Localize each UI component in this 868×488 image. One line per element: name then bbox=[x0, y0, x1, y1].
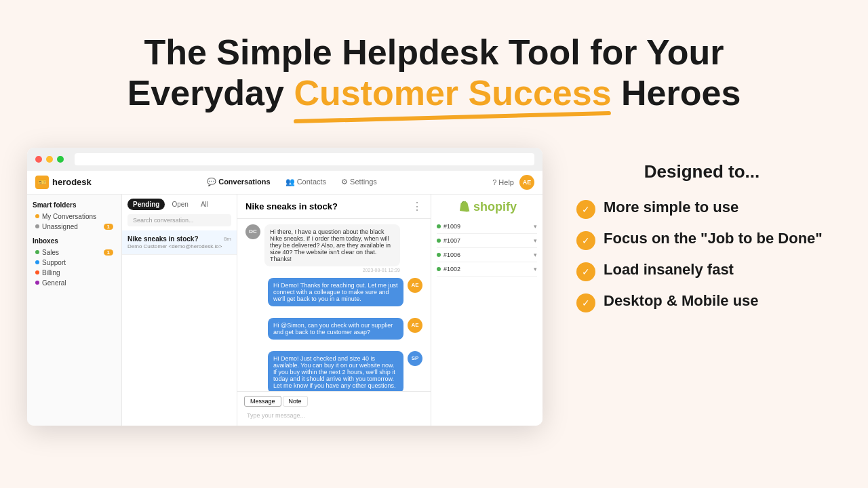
message-content: Hi Demo! Just checked and size 40 is ava… bbox=[268, 351, 403, 391]
hero-line2-after: Heroes bbox=[612, 73, 741, 113]
chat-options-icon[interactable]: ⋮ bbox=[412, 200, 422, 213]
feature-item-4: ✓ Desktop & Mobile use bbox=[576, 292, 827, 312]
order-status-dot bbox=[437, 253, 441, 257]
feature-text-4: Desktop & Mobile use bbox=[604, 292, 759, 310]
feature-text-2: Focus on the "Job to be Done" bbox=[604, 230, 823, 247]
message-row: AE Hi Demo! Thanks for reaching out. Let… bbox=[245, 278, 422, 312]
browser-url-bar[interactable] bbox=[75, 153, 534, 165]
order-status-dot bbox=[437, 239, 441, 243]
smart-folders-title: Smart folders bbox=[33, 201, 116, 209]
order-expand-icon[interactable]: ▾ bbox=[534, 223, 537, 230]
nav-contacts[interactable]: 👥 Contacts bbox=[279, 175, 333, 189]
conversation-item[interactable]: Nike sneaks in stock? 8m Demo Customer <… bbox=[122, 230, 237, 255]
logo-text: herodesk bbox=[52, 177, 92, 187]
feature-item-2: ✓ Focus on the "Job to be Done" bbox=[576, 230, 827, 250]
inboxes-title: Inboxes bbox=[33, 237, 116, 245]
shopify-order-row[interactable]: #1009 ▾ bbox=[437, 220, 537, 234]
conv-time: 8m bbox=[224, 236, 231, 242]
order-expand-icon[interactable]: ▾ bbox=[534, 251, 537, 258]
tab-open[interactable]: Open bbox=[166, 199, 193, 210]
sidebar-item-support[interactable]: Support bbox=[33, 258, 116, 268]
features-title: Designed to... bbox=[576, 161, 827, 182]
message-avatar: AE bbox=[408, 318, 422, 333]
shopify-panel: shopify #1009 ▾ #1007 bbox=[431, 195, 542, 426]
sales-dot bbox=[35, 250, 39, 254]
user-avatar[interactable]: AE bbox=[519, 175, 534, 190]
browser-titlebar bbox=[27, 148, 542, 171]
message-tab[interactable]: Message bbox=[244, 396, 281, 407]
sidebar-item-unassigned[interactable]: Unassigned 1 bbox=[33, 222, 116, 232]
note-tab[interactable]: Note bbox=[283, 396, 308, 407]
sidebar-item-general[interactable]: General bbox=[33, 278, 116, 288]
chat-messages: DC Hi there, I have a question about the… bbox=[237, 219, 431, 391]
message-avatar: DC bbox=[245, 224, 260, 239]
chat-input-tabs: Message Note bbox=[244, 396, 424, 407]
sidebar-item-my-conversations[interactable]: My Conversations bbox=[33, 211, 116, 222]
support-dot bbox=[35, 260, 39, 264]
check-icon-3: ✓ bbox=[576, 262, 595, 281]
window-minimize-button[interactable] bbox=[46, 156, 53, 163]
chat-input-area: Message Note Type your message... bbox=[237, 391, 431, 426]
nav-conversations[interactable]: 💬 Conversations bbox=[200, 175, 277, 189]
check-icon-1: ✓ bbox=[576, 200, 595, 219]
shopify-logo-text: shopify bbox=[473, 200, 517, 214]
sidebar: Smart folders My Conversations Unassigne… bbox=[27, 195, 122, 426]
message-time: 2023-08-01 12:39 bbox=[264, 268, 400, 272]
message-input[interactable]: Type your message... bbox=[244, 409, 424, 422]
hero-section: The Simple Helpdesk Tool for Your Everyd… bbox=[127, 33, 741, 114]
nav-right: ? Help AE bbox=[492, 175, 534, 190]
tab-pending[interactable]: Pending bbox=[127, 199, 165, 210]
message-avatar: SP bbox=[408, 351, 422, 366]
message-time: 2023-08-01 13:42 bbox=[268, 341, 403, 346]
unassigned-label: Unassigned bbox=[42, 223, 78, 230]
message-content: Hi there, I have a question about the bl… bbox=[264, 224, 400, 272]
logo-icon: 🎫 bbox=[35, 176, 49, 189]
message-content: Hi @Simon, can you check with our suppli… bbox=[268, 318, 403, 346]
general-dot bbox=[35, 281, 39, 285]
shopify-icon bbox=[457, 200, 471, 214]
unassigned-badge: 1 bbox=[104, 224, 113, 230]
billing-label: Billing bbox=[42, 269, 60, 277]
sales-label: Sales bbox=[42, 249, 59, 256]
conversation-list: Pending Open All Search conversation... … bbox=[122, 195, 237, 426]
order-number: #1007 bbox=[437, 237, 460, 244]
conv-item-header: Nike sneaks in stock? 8m bbox=[127, 235, 231, 243]
help-link[interactable]: ? Help bbox=[492, 178, 514, 186]
hero-line2-before: Everyday bbox=[127, 73, 294, 113]
hero-highlight: Customer Success bbox=[294, 73, 611, 114]
nav-settings[interactable]: ⚙ Settings bbox=[334, 175, 384, 189]
sales-badge: 1 bbox=[104, 249, 113, 256]
conv-tabs: Pending Open All bbox=[122, 195, 237, 210]
feature-item-1: ✓ More simple to use bbox=[576, 199, 827, 219]
conv-email: Demo Customer <demo@herodesk.io> bbox=[127, 243, 231, 249]
order-expand-icon[interactable]: ▾ bbox=[534, 237, 537, 244]
feature-item-3: ✓ Load insanely fast bbox=[576, 261, 827, 281]
main-content: 🎫 herodesk 💬 Conversations 👥 Contacts ⚙ … bbox=[0, 148, 868, 426]
chat-title: Nike sneaks in stock? bbox=[245, 201, 338, 211]
tab-all[interactable]: All bbox=[195, 199, 214, 210]
message-bubble: Hi there, I have a question about the bl… bbox=[264, 224, 400, 266]
feature-text-3: Load insanely fast bbox=[604, 261, 734, 279]
order-status-dot bbox=[437, 267, 441, 271]
order-expand-icon[interactable]: ▾ bbox=[534, 266, 537, 272]
browser-mockup: 🎫 herodesk 💬 Conversations 👥 Contacts ⚙ … bbox=[27, 148, 542, 426]
shopify-header: shopify bbox=[437, 200, 537, 214]
conv-name: Nike sneaks in stock? bbox=[127, 235, 199, 243]
app-nav: 💬 Conversations 👥 Contacts ⚙ Settings bbox=[200, 175, 384, 189]
sidebar-item-sales[interactable]: Sales 1 bbox=[33, 247, 116, 258]
window-close-button[interactable] bbox=[35, 156, 42, 163]
message-bubble: Hi @Simon, can you check with our suppli… bbox=[268, 318, 403, 340]
order-number: #1006 bbox=[437, 251, 460, 258]
window-maximize-button[interactable] bbox=[57, 156, 64, 163]
order-number: #1002 bbox=[437, 266, 460, 272]
order-number: #1009 bbox=[437, 223, 460, 230]
conversation-search[interactable]: Search conversation... bbox=[127, 214, 231, 226]
shopify-order-row[interactable]: #1002 ▾ bbox=[437, 262, 537, 277]
hero-line1: The Simple Helpdesk Tool for Your bbox=[144, 33, 724, 72]
my-conv-dot bbox=[35, 214, 39, 218]
shopify-order-row[interactable]: #1006 ▾ bbox=[437, 248, 537, 262]
sidebar-item-billing[interactable]: Billing bbox=[33, 268, 116, 278]
shopify-order-row[interactable]: #1007 ▾ bbox=[437, 234, 537, 248]
check-icon-4: ✓ bbox=[576, 293, 595, 312]
message-bubble: Hi Demo! Thanks for reaching out. Let me… bbox=[268, 278, 403, 306]
